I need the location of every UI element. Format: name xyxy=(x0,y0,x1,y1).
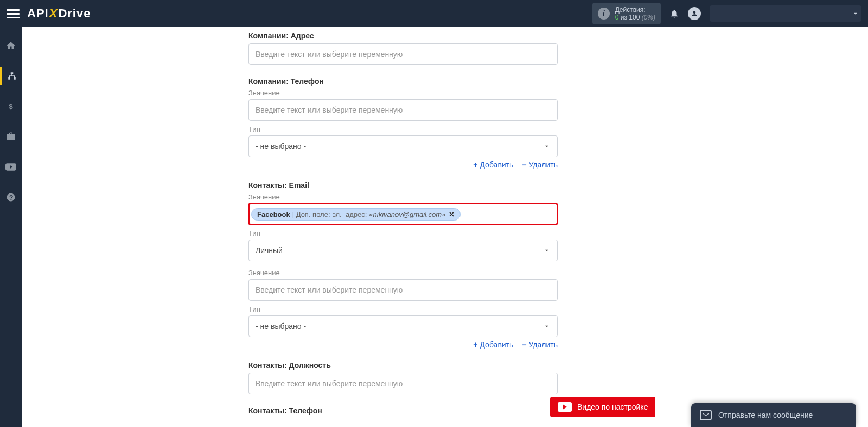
svg-rect-2 xyxy=(14,77,16,80)
actions-badge[interactable]: i Действия: 0 из 100 (0%) xyxy=(592,3,661,24)
sitemap-icon[interactable] xyxy=(0,67,22,85)
logo-api: API xyxy=(27,7,49,21)
logo[interactable]: API X Drive xyxy=(27,7,91,21)
svg-text:?: ? xyxy=(9,194,13,202)
value-sublabel: Значение xyxy=(248,89,558,97)
main-panel: Компании: Адрес Компании: Телефон Значен… xyxy=(22,27,868,427)
delete-button[interactable]: −Удалить xyxy=(522,340,558,349)
company-phone-value-input[interactable] xyxy=(248,99,558,121)
bell-icon[interactable] xyxy=(669,9,679,18)
value-sublabel-2: Значение xyxy=(248,193,558,201)
mail-icon xyxy=(700,410,712,420)
youtube-play-icon xyxy=(558,402,572,412)
logo-drive: Drive xyxy=(58,7,91,21)
actions-label: Действия: xyxy=(615,6,655,14)
tag-sep: | Доп. поле: эл._адрес: xyxy=(292,210,367,218)
username-dropdown[interactable] xyxy=(710,5,861,22)
value-sublabel-3: Значение xyxy=(248,269,558,277)
sidebar: $ ? xyxy=(0,27,22,427)
avatar-icon[interactable] xyxy=(688,7,701,20)
type-sublabel: Тип xyxy=(248,125,558,133)
contacts-position-input[interactable] xyxy=(248,373,558,394)
add-button[interactable]: +Добавить xyxy=(473,340,513,349)
remove-tag-icon[interactable]: ✕ xyxy=(449,210,455,218)
video-tutorial-button[interactable]: Видео по настройке xyxy=(550,397,655,417)
home-icon[interactable] xyxy=(0,37,22,54)
logo-x: X xyxy=(49,7,58,21)
tag-source: Facebook xyxy=(257,210,290,218)
svg-rect-0 xyxy=(10,72,13,74)
form-container: Компании: Адрес Компании: Телефон Значен… xyxy=(248,27,558,427)
chat-widget[interactable]: Отправьте нам сообщение xyxy=(691,403,856,427)
select-value: Личный xyxy=(256,246,283,255)
topbar-right: i Действия: 0 из 100 (0%) xyxy=(592,3,861,24)
add-button[interactable]: +Добавить xyxy=(473,160,513,169)
svg-rect-1 xyxy=(8,77,10,80)
chevron-down-icon xyxy=(543,322,551,330)
youtube-icon[interactable] xyxy=(0,158,22,176)
contacts-phone-label: Контакты: Телефон xyxy=(248,402,558,415)
contacts-email-label: Контакты: Email xyxy=(248,177,558,190)
svg-text:$: $ xyxy=(9,102,13,111)
type-sublabel-2: Тип xyxy=(248,229,558,237)
contacts-email-value-input[interactable]: Facebook | Доп. поле: эл._адрес: «nikiva… xyxy=(248,203,558,225)
contacts-email-type2-select[interactable]: - не выбрано - xyxy=(248,315,558,337)
chat-label: Отправьте нам сообщение xyxy=(718,411,813,419)
company-phone-label: Компании: Телефон xyxy=(248,73,558,86)
dollar-icon[interactable]: $ xyxy=(0,98,22,115)
chevron-down-icon xyxy=(543,247,551,254)
company-address-label: Компании: Адрес xyxy=(248,27,558,40)
tag-value: «nikivanov@gmail.com» xyxy=(369,210,445,218)
help-icon[interactable]: ? xyxy=(0,189,22,206)
contacts-position-label: Контакты: Должность xyxy=(248,357,558,370)
contacts-email-type-select[interactable]: Личный xyxy=(248,240,558,261)
menu-icon[interactable] xyxy=(7,7,20,20)
info-icon: i xyxy=(598,8,610,20)
email-tag-chip[interactable]: Facebook | Доп. поле: эл._адрес: «nikiva… xyxy=(251,208,461,221)
briefcase-icon[interactable] xyxy=(0,128,22,145)
contacts-email-value2-input[interactable] xyxy=(248,279,558,301)
topbar: API X Drive i Действия: 0 из 100 (0%) xyxy=(0,0,868,27)
chevron-down-icon xyxy=(543,143,551,150)
video-button-label: Видео по настройке xyxy=(577,403,648,411)
company-address-input[interactable] xyxy=(248,43,558,65)
chevron-down-icon[interactable] xyxy=(852,10,859,17)
company-phone-type-select[interactable]: - не выбрано - xyxy=(248,135,558,157)
actions-stats: 0 из 100 (0%) xyxy=(615,14,655,21)
select-value: - не выбрано - xyxy=(256,322,306,331)
type-sublabel-3: Тип xyxy=(248,305,558,313)
delete-button[interactable]: −Удалить xyxy=(522,160,558,169)
select-value: - не выбрано - xyxy=(256,142,306,151)
